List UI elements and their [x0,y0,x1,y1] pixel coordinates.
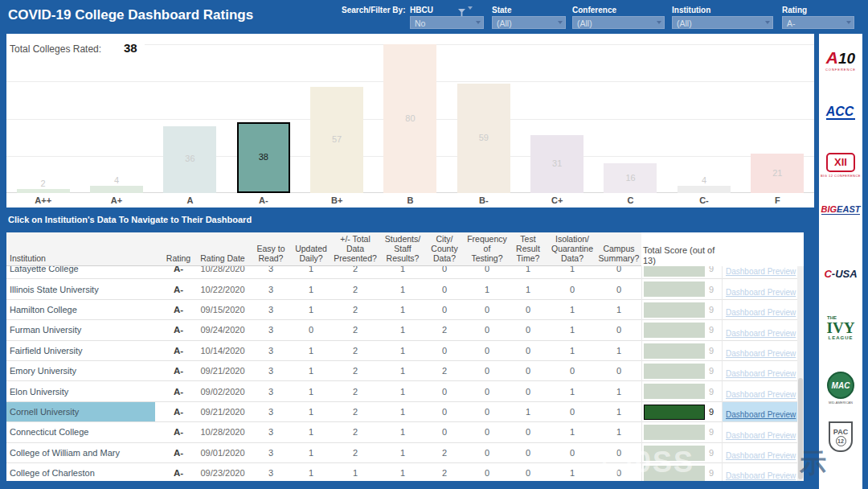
bar-A++[interactable] [17,189,70,193]
total-score-value: 9 [698,279,714,298]
table-row[interactable]: Furman UniversityA-09/24/20203021200109D… [6,320,804,340]
total-score-bar[interactable] [644,302,705,318]
num-cell: 1 [599,341,639,360]
column-header: Updated Daily? [289,244,333,263]
logo-acc[interactable]: ACC [819,105,862,120]
dashboard-preview-cell[interactable]: Dashboard Preview [722,443,797,462]
num-cell: 0 [424,402,465,421]
filter-dropdown[interactable]: (All) [672,16,773,29]
dashboard-preview-cell[interactable]: Dashboard Preview [722,341,797,360]
dashboard-preview-link[interactable]: Dashboard Preview [726,390,796,399]
total-score-bar[interactable] [644,343,705,359]
total-score-bar[interactable] [644,266,705,277]
table-row[interactable]: Cornell UniversityA-09/21/20203121001019… [6,402,804,422]
filter-label: HBCU [410,6,433,14]
filter-dropdown[interactable]: (All) [492,16,566,29]
num-cell: 1 [599,381,639,401]
num-cell: 0 [467,300,507,319]
dashboard-preview-cell[interactable]: Dashboard Preview [722,320,797,339]
num-cell: 2 [424,320,465,339]
dashboard-preview-cell[interactable]: Dashboard Preview [722,279,797,298]
bar-value-label: 38 [227,152,300,162]
filter-dropdown[interactable]: (All) [572,16,665,29]
column-header: City/ County Data? [424,234,465,263]
table-row[interactable]: Connecticut CollegeA-10/28/2020312100011… [6,422,804,442]
logo-bigeast[interactable]: BIGEAST [819,204,862,215]
dashboard-preview-link[interactable]: Dashboard Preview [726,288,796,297]
dashboard-preview-link[interactable]: Dashboard Preview [726,471,796,480]
num-cell: 1 [508,279,548,298]
column-header: Frequency of Testing? [463,234,511,263]
conference-logo-sidebar: A10CONFERENCEACCXIIBIG 12 CONFERENCEBIGE… [819,34,862,489]
total-score-bar[interactable] [644,384,705,399]
table-row[interactable]: Illinois State UniversityA-10/22/2020312… [6,279,804,299]
watermark-text: 号/0SS [595,443,694,483]
num-cell: 3 [251,463,291,481]
dashboard-preview-link[interactable]: Dashboard Preview [726,431,796,440]
num-cell: 0 [508,422,548,442]
total-score-bar[interactable] [644,281,705,297]
num-cell: 0 [599,279,639,298]
table-row[interactable]: Lafayette CollegeA-10/28/20203121001109D… [6,266,804,279]
dashboard-preview-link[interactable]: Dashboard Preview [726,329,796,338]
dashboard-preview-cell[interactable]: Dashboard Preview [722,422,797,442]
dashboard-preview-link[interactable]: Dashboard Preview [726,308,796,317]
table-row[interactable]: Fairfield UniversityA-10/14/202031210001… [6,341,804,361]
dashboard-preview-cell[interactable]: Dashboard Preview [722,361,797,380]
category-label-B-: B- [447,195,520,205]
num-cell: 1 [383,443,423,462]
category-label-A+: A+ [80,195,153,205]
bar-value-label: 21 [741,168,814,178]
num-cell: 3 [251,402,291,421]
table-row[interactable]: Emory UniversityA-09/21/20203121200009Da… [6,361,804,381]
table-row[interactable]: Elon UniversityA-09/02/20203121000119Das… [6,381,804,401]
total-score-bar[interactable] [644,425,705,440]
date-cell: 09/15/2020 [196,300,249,319]
filter-dropdown[interactable]: A- [782,16,854,29]
num-cell: 0 [552,402,592,421]
dashboard-preview-link[interactable]: Dashboard Preview [726,410,796,419]
dashboard-preview-cell[interactable]: Dashboard Preview [722,266,797,278]
logo-ivy[interactable]: THEIVYLEAGUE [819,315,862,340]
bar-value-label: 80 [374,113,447,123]
num-cell: 3 [251,341,291,360]
rating-cell: A- [158,402,199,421]
total-score-bar[interactable] [644,323,705,338]
filter-dropdown[interactable]: No [410,16,484,29]
total-score-bar[interactable] [644,405,705,420]
num-cell: 1 [383,341,423,360]
dashboard-preview-link[interactable]: Dashboard Preview [726,369,796,378]
rating-cell: A- [158,422,199,442]
logo-mac[interactable]: MACMID-AMERICAN [819,372,862,405]
inst-cell: Illinois State University [6,279,155,298]
dashboard-preview-link[interactable]: Dashboard Preview [726,267,796,276]
date-cell: 10/14/2020 [196,341,249,360]
logo-big12[interactable]: XIIBIG 12 CONFERENCE [819,153,862,178]
total-score-value: 9 [698,361,714,380]
filter-dropdown-value: No [415,18,425,28]
dashboard-preview-link[interactable]: Dashboard Preview [726,451,796,460]
logo-a10[interactable]: A10CONFERENCE [819,50,862,72]
num-cell: 0 [599,266,639,278]
date-cell: 10/22/2020 [196,279,249,298]
logo-cusa[interactable]: C-USA [819,269,862,280]
dashboard-preview-link[interactable]: Dashboard Preview [726,349,796,358]
bar-C-[interactable] [678,186,731,193]
num-cell: 2 [335,266,375,278]
num-cell: 0 [424,279,465,298]
dashboard-preview-cell[interactable]: Dashboard Preview [722,381,797,401]
total-score-bar[interactable] [644,364,705,379]
num-cell: 1 [552,463,592,481]
watermark-text-2: 示 [800,446,826,482]
date-cell: 09/02/2020 [196,381,249,401]
dashboard-preview-cell[interactable]: Dashboard Preview [722,463,797,481]
dashboard-preview-cell[interactable]: Dashboard Preview [722,402,797,421]
total-score-value: 9 [698,266,714,278]
bar-A+[interactable] [90,186,143,193]
date-cell: 09/21/2020 [196,402,249,421]
filter-label: Conference [572,6,616,14]
dashboard-preview-cell[interactable]: Dashboard Preview [722,300,797,319]
category-label-A++: A++ [6,195,80,205]
table-row[interactable]: Hamilton CollegeA-09/15/20203121000119Da… [6,300,804,320]
bar-value-label: 57 [300,134,373,144]
